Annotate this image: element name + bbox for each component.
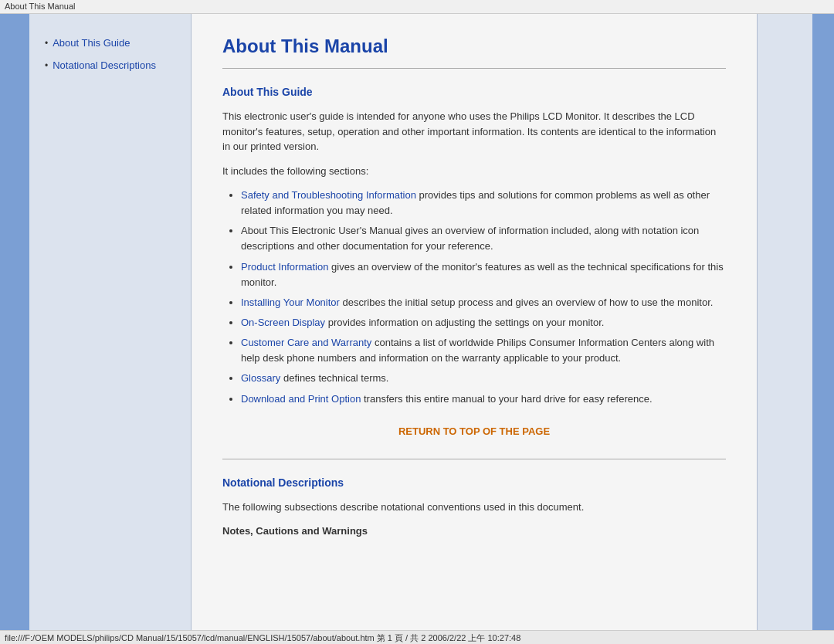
list-item-download-text: transfers this entire manual to your har… xyxy=(364,393,653,405)
bullet-icon-1: • xyxy=(45,38,48,49)
section2-subtitle: Notes, Cautions and Warnings xyxy=(222,524,726,539)
sidebar: • About This Guide • Notational Descript… xyxy=(29,14,192,630)
status-bar: file:///F:/OEM MODELS/philips/CD Manual/… xyxy=(0,630,834,644)
section1-title: About This Guide xyxy=(222,86,726,98)
title-bar-text: About This Manual xyxy=(5,2,76,11)
section2-title: Notational Descriptions xyxy=(222,476,726,489)
list-item-installing-text: describes the initial setup process and … xyxy=(343,297,714,308)
divider-1 xyxy=(222,68,726,69)
main-layout: • About This Guide • Notational Descript… xyxy=(0,14,834,630)
list-item-product: Product Information gives an overview of… xyxy=(241,259,726,290)
divider-2 xyxy=(222,459,726,459)
sections-list: Safety and Troubleshooting Information p… xyxy=(241,188,726,407)
list-item-safety: Safety and Troubleshooting Information p… xyxy=(241,188,726,219)
list-item-glossary-text: defines technical terms. xyxy=(283,372,389,384)
page-title: About This Manual xyxy=(222,36,726,57)
sidebar-item-about-guide[interactable]: • About This Guide xyxy=(45,37,181,49)
list-item-osd: On-Screen Display provides information o… xyxy=(241,315,726,330)
bullet-icon-2: • xyxy=(45,60,48,71)
status-bar-text: file:///F:/OEM MODELS/philips/CD Manual/… xyxy=(5,633,520,642)
right-accent-bar xyxy=(812,14,834,630)
section1-paragraph1: This electronic user's guide is intended… xyxy=(222,109,726,154)
link-customer[interactable]: Customer Care and Warranty xyxy=(241,337,371,348)
list-item-glossary: Glossary defines technical terms. xyxy=(241,371,726,386)
link-product[interactable]: Product Information xyxy=(241,261,328,273)
section2-paragraph1: The following subsections describe notat… xyxy=(222,500,726,515)
left-accent-bar xyxy=(0,14,29,630)
link-osd[interactable]: On-Screen Display xyxy=(241,317,325,328)
sidebar-link-about-guide[interactable]: About This Guide xyxy=(53,37,130,49)
title-bar: About This Manual xyxy=(0,0,834,14)
list-item-electronic-text: About This Electronic User's Manual give… xyxy=(241,225,699,252)
content-area: About This Manual About This Guide This … xyxy=(192,14,757,630)
list-item-installing: Installing Your Monitor describes the in… xyxy=(241,295,726,310)
sidebar-item-notational[interactable]: • Notational Descriptions xyxy=(45,59,181,71)
list-item-osd-text: provides information on adjusting the se… xyxy=(328,317,605,328)
right-accent-area xyxy=(757,14,834,630)
return-to-top-link[interactable]: RETURN TO TOP OF THE PAGE xyxy=(222,425,726,437)
link-download[interactable]: Download and Print Option xyxy=(241,393,361,405)
sidebar-link-notational[interactable]: Notational Descriptions xyxy=(53,59,156,71)
link-installing[interactable]: Installing Your Monitor xyxy=(241,297,340,308)
link-glossary[interactable]: Glossary xyxy=(241,372,280,384)
section1-paragraph2: It includes the following sections: xyxy=(222,164,726,179)
list-item-customer: Customer Care and Warranty contains a li… xyxy=(241,335,726,366)
list-item-electronic: About This Electronic User's Manual give… xyxy=(241,223,726,254)
link-safety[interactable]: Safety and Troubleshooting Information xyxy=(241,189,416,201)
list-item-download: Download and Print Option transfers this… xyxy=(241,391,726,407)
